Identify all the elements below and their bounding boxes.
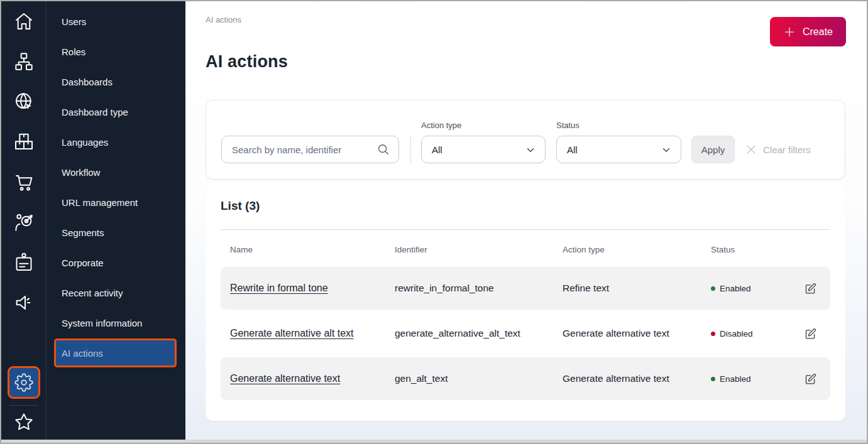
row-name-cell: Generate alternative text	[230, 373, 395, 384]
sidebar-item-workflow[interactable]: Workflow	[47, 157, 185, 187]
row-action-type-cell: Generate alternative text	[563, 373, 711, 384]
table-header: Name Identifier Action type Status	[221, 244, 830, 255]
sidebar-item-url-management[interactable]: URL management	[47, 187, 185, 217]
sidebar-item-languages[interactable]: Languages	[47, 127, 185, 157]
edit-icon[interactable]	[801, 279, 819, 297]
status-dot	[711, 332, 715, 336]
column-header-action-type: Action type	[563, 245, 711, 254]
goal-target-icon[interactable]	[13, 212, 35, 233]
home-icon[interactable]	[13, 11, 35, 32]
action-type-select[interactable]: All	[421, 136, 546, 163]
chevron-down-icon	[525, 144, 536, 156]
status-dot	[711, 377, 715, 381]
sidebar-item-system-information[interactable]: System information	[47, 308, 185, 338]
apply-button[interactable]: Apply	[691, 136, 735, 163]
action-name-link[interactable]: Generate alternative alt text	[230, 328, 354, 338]
list-divider	[221, 229, 830, 230]
status-text: Enabled	[720, 374, 751, 384]
plus-icon	[783, 26, 796, 38]
action-name-link[interactable]: Generate alternative text	[230, 373, 340, 384]
settings-icon[interactable]	[8, 366, 40, 399]
row-name-cell: Generate alternative alt text	[230, 328, 395, 339]
row-name-cell: Rewrite in formal tone	[230, 283, 395, 294]
status-value: All	[567, 144, 578, 155]
sidebar-item-dashboard-type[interactable]: Dashboard type	[47, 97, 185, 127]
row-status-cell: Disabled	[711, 329, 799, 338]
status-dot	[711, 286, 715, 291]
status-filter: Status All	[556, 121, 681, 163]
rail-divider	[9, 405, 38, 406]
app-window: Users Roles Dashboards Dashboard type La…	[0, 0, 868, 444]
rail-bottom-group	[8, 366, 40, 440]
row-status-cell: Enabled	[711, 374, 799, 384]
table-rows: Rewrite in formal tone rewrite_in_formal…	[221, 267, 830, 400]
shopping-cart-icon[interactable]	[13, 171, 35, 193]
edit-icon[interactable]	[801, 370, 819, 387]
row-identifier-cell: gen_alt_text	[395, 373, 563, 384]
window-bottom-strip	[1, 440, 867, 443]
list-card: List (3) Name Identifier Action type Sta…	[206, 183, 845, 421]
filter-divider	[410, 136, 411, 163]
row-identifier-cell: rewrite_in_formal_tone	[395, 283, 563, 294]
action-name-link[interactable]: Rewrite in formal tone	[230, 283, 328, 293]
row-action-type-cell: Generate alternative text	[563, 328, 711, 339]
status-label: Status	[556, 121, 681, 130]
row-status-cell: Enabled	[711, 284, 799, 293]
id-badge-icon[interactable]	[13, 252, 35, 273]
row-identifier-cell: generate_alternative_alt_text	[395, 328, 563, 339]
chevron-down-icon	[661, 144, 672, 156]
search-wrap	[221, 136, 399, 163]
action-type-filter: Action type All	[421, 121, 546, 163]
sidebar-item-recent-activity[interactable]: Recent activity	[47, 278, 185, 308]
sidebar-item-corporate[interactable]: Corporate	[47, 247, 185, 278]
breadcrumb[interactable]: AI actions	[206, 15, 845, 24]
settings-menu: Users Roles Dashboards Dashboard type La…	[46, 1, 185, 440]
table-row: Rewrite in formal tone rewrite_in_formal…	[221, 267, 830, 310]
column-header-identifier: Identifier	[395, 245, 563, 254]
sidebar-item-users[interactable]: Users	[47, 6, 185, 36]
clear-filters-label: Clear filters	[763, 144, 811, 155]
column-header-status: Status	[711, 245, 799, 254]
globe-pointer-icon[interactable]	[13, 91, 35, 112]
table-row: Generate alternative text gen_alt_text G…	[221, 357, 830, 400]
column-header-name: Name	[230, 245, 395, 254]
page-title: AI actions	[206, 52, 845, 72]
main-row: Users Roles Dashboards Dashboard type La…	[1, 1, 867, 440]
create-button-label: Create	[803, 26, 833, 38]
close-icon	[745, 143, 757, 156]
filter-card: Action type All Status All Apply	[206, 100, 845, 180]
sidebar-item-dashboards[interactable]: Dashboards	[47, 67, 185, 97]
status-text: Disabled	[720, 329, 753, 338]
list-title: List (3)	[221, 199, 830, 213]
table-row: Generate alternative alt text generate_a…	[221, 312, 830, 355]
main-content: AI actions Create AI actions Action type…	[185, 1, 867, 440]
action-type-value: All	[432, 144, 442, 155]
icon-rail	[1, 1, 46, 440]
sidebar-item-ai-actions[interactable]: AI actions	[54, 338, 177, 367]
status-text: Enabled	[720, 284, 751, 293]
action-type-label: Action type	[421, 121, 546, 130]
favorites-star-icon[interactable]	[13, 411, 35, 433]
search-icon	[376, 143, 390, 156]
search-input[interactable]	[221, 136, 399, 163]
status-select[interactable]: All	[556, 136, 681, 163]
edit-icon[interactable]	[801, 325, 819, 342]
sidebar-item-segments[interactable]: Segments	[47, 217, 185, 247]
clear-filters-button[interactable]: Clear filters	[745, 136, 811, 163]
create-button[interactable]: Create	[770, 17, 846, 46]
row-action-type-cell: Refine text	[563, 283, 711, 294]
org-chart-icon[interactable]	[13, 51, 35, 72]
sidebar-item-roles[interactable]: Roles	[47, 36, 185, 67]
megaphone-icon[interactable]	[13, 292, 35, 313]
packages-icon[interactable]	[13, 131, 35, 153]
